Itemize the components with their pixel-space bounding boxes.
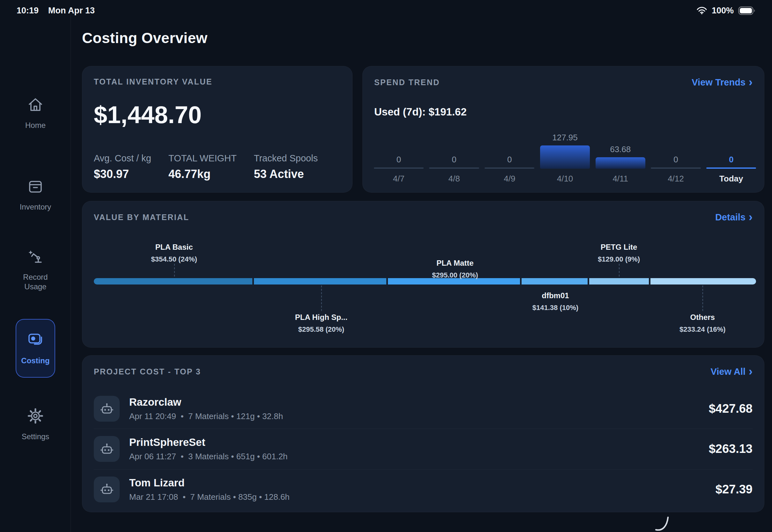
robot-arm-icon (26, 248, 44, 265)
x-axis-label: 4/7 (393, 174, 405, 183)
trend-bar (429, 167, 479, 169)
wifi-icon (696, 7, 707, 14)
leader-line (174, 264, 175, 277)
sidebar-item-settings[interactable]: Settings (0, 407, 71, 441)
total-inventory-value-card: TOTAL INVENTORY VALUE $1,448.70 Avg. Cos… (82, 66, 353, 193)
sidebar-item-record-usage[interactable]: Record Usage (0, 248, 71, 292)
costing-card-icon (26, 330, 44, 350)
segment-label: dfbm01 $141.38 (10%) (532, 291, 578, 312)
bar-value-label: 127.95 (552, 133, 578, 143)
sidebar-item-label: Record Usage (14, 272, 56, 292)
trend-column: 0 4/7 (371, 116, 427, 183)
stat-value: $30.97 (94, 167, 151, 181)
stat-value: 53 Active (254, 167, 318, 181)
total-inventory-value: $1,448.70 (94, 101, 202, 129)
x-axis-label: 4/11 (612, 174, 628, 183)
project-cost: $427.68 (709, 402, 753, 416)
sidebar-item-label: Settings (22, 432, 49, 441)
sidebar-item-costing[interactable]: Costing (16, 319, 55, 378)
card-title: SPEND TREND (374, 78, 440, 87)
project-cost-card: PROJECT COST - TOP 3 View All › (82, 355, 764, 512)
x-axis-label: 4/9 (504, 174, 515, 183)
bar-segment (650, 278, 756, 284)
gear-icon (26, 407, 44, 425)
robot-icon (94, 436, 120, 462)
inventory-box-icon (26, 177, 44, 195)
trend-bar (485, 167, 534, 169)
project-list: Razorclaw Apr 11 20:49 • 7 Materials • 1… (94, 389, 753, 509)
project-cost: $263.13 (709, 442, 753, 456)
sidebar-item-label: Costing (21, 356, 49, 366)
stat-value: 46.77kg (168, 167, 237, 181)
spend-trend-chart: 0 4/7 0 4/8 0 4/9 127.95 4/10 63.68 (371, 116, 759, 183)
stat-avg-cost: Avg. Cost / kg $30.97 (94, 153, 151, 181)
leader-line (619, 264, 620, 277)
project-name: Tom Lizard (129, 477, 290, 489)
segment-label: PLA Matte $295.00 (20%) (432, 259, 478, 279)
sidebar: Home Inventory Record Usage (0, 0, 71, 532)
trend-column: 0 4/9 (482, 116, 537, 183)
chevron-right-icon: › (749, 78, 753, 87)
x-axis-label: 4/8 (449, 174, 460, 183)
material-stacked-bar-chart: PLA Basic $354.50 (24%) PLA High Sp... $… (94, 243, 756, 338)
card-title: VALUE BY MATERIAL (94, 213, 189, 222)
segment-label: PLA High Sp... $295.58 (20%) (295, 313, 347, 334)
leader-line (702, 285, 703, 311)
project-cost: $27.39 (716, 483, 753, 496)
page-title: Costing Overview (82, 29, 207, 47)
stacked-bar (94, 278, 756, 284)
trend-column: 63.68 4/11 (593, 116, 648, 183)
bar-segment (94, 278, 252, 284)
project-meta: Apr 11 20:49 • 7 Materials • 121g • 32.8… (129, 411, 283, 421)
view-trends-link[interactable]: View Trends › (692, 77, 753, 88)
trend-bar (374, 167, 424, 169)
project-meta: Mar 21 17:08 • 7 Materials • 835g • 128.… (129, 492, 290, 502)
x-axis-label: 4/12 (668, 174, 684, 183)
bar-segment (522, 278, 588, 284)
bar-value-label: 0 (507, 155, 512, 165)
spend-trend-card: SPEND TREND View Trends › Used (7d): $19… (362, 66, 764, 193)
trend-bar (651, 167, 701, 169)
value-by-material-card: VALUE BY MATERIAL Details › PLA Basic $3… (82, 201, 764, 348)
segment-label: PETG Lite $129.00 (9%) (598, 243, 640, 263)
status-bar: 10:19 Mon Apr 13 100% (0, 0, 772, 21)
bar-segment (254, 278, 386, 284)
chevron-right-icon: › (749, 213, 753, 222)
trend-bar (540, 145, 590, 169)
details-link[interactable]: Details › (715, 212, 753, 223)
sidebar-item-inventory[interactable]: Inventory (0, 177, 71, 212)
robot-icon (94, 396, 120, 422)
stat-label: TOTAL WEIGHT (168, 153, 237, 164)
bar-value-label: 63.68 (610, 144, 631, 154)
trend-column: 127.95 4/10 (537, 116, 593, 183)
view-all-link[interactable]: View All › (710, 366, 753, 377)
battery-icon (738, 6, 755, 15)
decorative-squiggle (653, 515, 672, 532)
robot-icon (94, 477, 120, 502)
stat-total-weight: TOTAL WEIGHT 46.77kg (168, 153, 237, 181)
sidebar-item-label: Inventory (20, 202, 51, 212)
trend-bar (706, 167, 756, 169)
project-row[interactable]: Razorclaw Apr 11 20:49 • 7 Materials • 1… (94, 389, 753, 429)
sidebar-item-label: Home (25, 121, 46, 130)
x-axis-label: Today (719, 174, 743, 183)
chevron-right-icon: › (749, 367, 753, 376)
project-row[interactable]: PrintSphereSet Apr 06 11:27 • 3 Material… (94, 429, 753, 469)
leader-line (321, 285, 322, 311)
project-name: Razorclaw (129, 396, 283, 408)
bar-value-label: 0 (452, 155, 456, 165)
card-title: TOTAL INVENTORY VALUE (94, 77, 212, 86)
project-meta: Apr 06 11:27 • 3 Materials • 651g • 601.… (129, 452, 288, 462)
bar-value-label: 0 (673, 155, 678, 165)
trend-column: 0 4/12 (648, 116, 704, 183)
sidebar-item-home[interactable]: Home (0, 96, 71, 130)
project-row[interactable]: Tom Lizard Mar 21 17:08 • 7 Materials • … (94, 469, 753, 509)
home-icon (26, 96, 44, 114)
trend-column: 0 Today (703, 116, 759, 183)
bar-value-label: 0 (397, 155, 401, 165)
stat-label: Avg. Cost / kg (94, 153, 151, 164)
project-name: PrintSphereSet (129, 436, 288, 448)
x-axis-label: 4/10 (557, 174, 573, 183)
card-title: PROJECT COST - TOP 3 (94, 367, 201, 376)
battery-percent-label: 100% (712, 6, 734, 16)
